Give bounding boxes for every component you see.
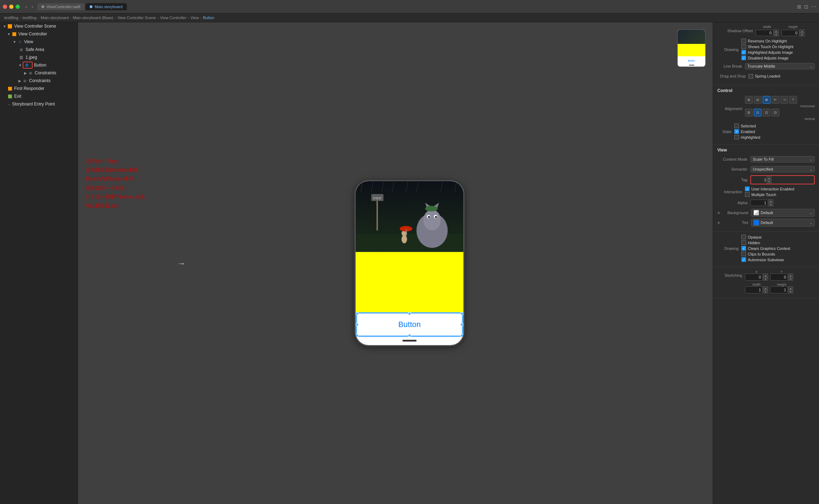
bc-testblog1[interactable]: testBlog [4,16,18,20]
y-up[interactable]: ▲ [788,274,793,277]
sidebar-item-image[interactable]: 🖼 1.jpeg [0,53,78,61]
height-down[interactable]: ▼ [800,33,804,36]
clears-graphics-checkbox[interactable] [741,246,746,251]
handle-tc[interactable] [408,312,411,315]
tab-mainstoryboard[interactable]: Main.storyboard [85,3,127,10]
canvas-area[interactable]: → [78,22,713,504]
sidebar-item-vc[interactable]: ▼ 🟧 View Controller [0,30,78,38]
stretch-width-input[interactable] [745,286,763,293]
align-right-btn[interactable]: ⊢ [772,96,779,104]
device-button-area[interactable]: Button [356,312,463,337]
user-interaction-checkbox[interactable] [745,187,750,191]
sidebar-item-constraints2[interactable]: ▶ ⊞ Constraints [0,77,78,85]
multiple-touch-checkbox[interactable] [745,192,750,197]
bc-view[interactable]: View [191,16,199,20]
sidebar-item-first-responder[interactable]: 🟧 First Responder [0,85,78,92]
alpha-up[interactable]: ▲ [768,199,773,203]
height-down2[interactable]: ▼ [788,290,793,293]
alpha-down[interactable]: ▼ [768,203,773,206]
tag-down[interactable]: ▼ [767,180,772,183]
align-center-btn[interactable]: ⊡ [754,96,762,104]
shadow-width-input[interactable] [756,30,773,36]
width-down[interactable]: ▼ [774,33,779,36]
hidden-checkbox[interactable] [741,240,746,245]
selected-checkbox[interactable] [734,124,739,128]
stretch-height-input[interactable] [770,286,788,293]
bc-vc[interactable]: View Controller [160,16,186,20]
handle-ml[interactable] [356,323,358,326]
valign-bottom-btn[interactable]: ⊡ [763,109,770,116]
background-select[interactable]: Default ⌄ [751,209,815,217]
tab-viewcontroller[interactable]: ViewController.swift [37,3,85,10]
maximize-button[interactable] [16,5,20,9]
shows-touch-checkbox[interactable] [741,44,746,49]
x-up[interactable]: ▲ [763,274,768,277]
sidebar-item-exit[interactable]: 🟩 Exit [0,92,78,100]
bc-vc-scene[interactable]: View Controller Scene [117,16,156,20]
width-up[interactable]: ▲ [774,29,779,33]
content-mode-select[interactable]: Scale To Fill ⌄ [750,156,815,162]
handle-bc[interactable] [408,334,411,337]
disabled-adjusts-checkbox[interactable] [741,56,746,60]
sidebar-item-safe-area[interactable]: ⊞ Safe Area [0,46,78,53]
height-up2[interactable]: ▲ [788,286,793,290]
x-down[interactable]: ▼ [763,277,768,281]
sidebar-item-constraints1[interactable]: ▶ ⊞ Constraints [0,69,78,77]
highlighted-checkbox[interactable] [734,135,739,139]
more-icon[interactable]: ⋯ [811,4,816,10]
bc-testblog2[interactable]: testBlog [22,16,36,20]
autoresize-checkbox[interactable] [741,257,746,262]
y-down[interactable]: ▼ [788,277,793,281]
reverses-checkbox[interactable] [741,39,746,43]
enabled-checkbox[interactable] [734,129,739,134]
align-leading-btn[interactable]: ⊣ [780,96,788,104]
sidebar-item-button[interactable]: ▼ B Button [0,61,78,69]
valign-fill-btn[interactable]: ⊡ [772,109,779,116]
handle-br[interactable] [461,334,463,337]
tint-dropdown[interactable]: Default ⌄ [751,219,815,227]
tag-up[interactable]: ▲ [767,176,772,180]
valign-middle-btn[interactable]: ⊡ [754,109,762,116]
alpha-input[interactable] [750,200,768,206]
sidebar-item-storyboard-entry[interactable]: → Storyboard Entry Point [0,100,78,108]
close-button[interactable] [3,5,7,9]
bc-mainstoryboard[interactable]: Main.storyboard [41,16,69,20]
line-break-select[interactable]: Truncate Middle ⌄ [745,63,815,69]
sidebar-item-vc-scene[interactable]: ▼ 🟧 View Controller Scene [0,22,78,30]
minimize-button[interactable] [9,5,13,9]
handle-tr[interactable] [461,312,463,315]
handle-bl[interactable] [356,334,358,337]
sidebar-item-view[interactable]: ▼ □ View [0,38,78,46]
stretch-y-input[interactable] [770,274,788,281]
stretch-x-input[interactable] [745,274,763,281]
opaque-checkbox[interactable] [741,235,746,239]
settings-icon[interactable]: ⊞ [797,4,801,10]
background-plus[interactable]: + [717,210,720,216]
width-down2[interactable]: ▼ [763,290,768,293]
semantic-select[interactable]: Unspecified ⌄ [750,166,815,172]
handle-mr[interactable] [461,323,463,326]
spring-loaded-checkbox[interactable] [749,74,753,79]
tag-input[interactable] [752,178,766,182]
semantic-dropdown[interactable]: Unspecified ⌄ [750,166,815,172]
highlighted-adjusts-checkbox[interactable] [741,50,746,55]
shadow-height-input[interactable] [781,30,799,36]
valign-top-btn[interactable]: ⊟ [745,109,753,116]
back-button[interactable]: ‹ [24,3,29,10]
tint-plus[interactable]: + [717,220,720,225]
align-trailing-btn[interactable]: ⊤ [789,96,797,104]
bc-mainstoryboard-base[interactable]: Main.storyboard (Base) [73,16,113,20]
bc-button[interactable]: Button [203,16,214,20]
background-dropdown[interactable]: Default ⌄ [751,209,815,217]
height-up[interactable]: ▲ [800,29,804,33]
layout-icon[interactable]: ⊡ [804,4,808,10]
handle-tl[interactable] [356,312,358,315]
content-mode-dropdown[interactable]: Scale To Fill ⌄ [750,156,815,162]
align-left-btn[interactable]: ⊟ [745,96,753,104]
align-fill-btn[interactable]: ⊠ [763,96,770,104]
forward-button[interactable]: › [30,3,35,10]
tint-select[interactable]: Default ⌄ [751,219,815,227]
width-up2[interactable]: ▲ [763,286,768,290]
clips-bounds-checkbox[interactable] [741,252,746,256]
line-break-dropdown[interactable]: Truncate Middle ⌄ [745,63,815,69]
